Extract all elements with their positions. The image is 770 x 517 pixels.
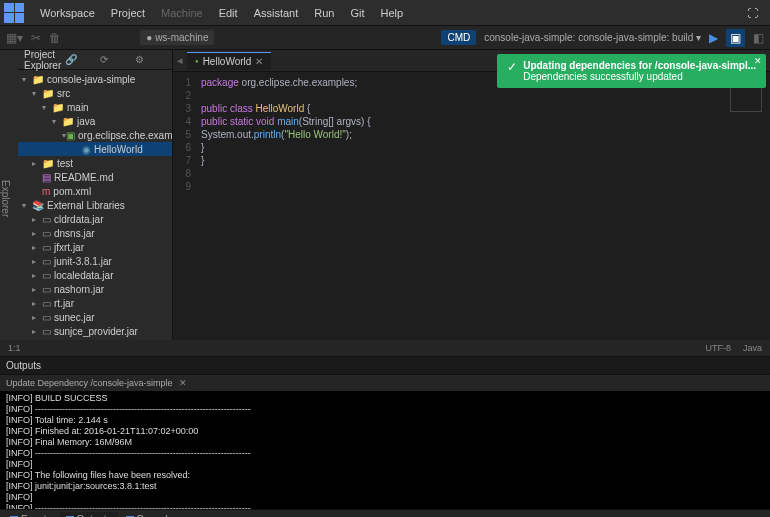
terminal-icon[interactable]: ▣: [726, 29, 745, 47]
tree-jar[interactable]: ▸▭localedata.jar: [18, 268, 172, 282]
menu-run[interactable]: Run: [306, 7, 342, 19]
menu-edit[interactable]: Edit: [211, 7, 246, 19]
che-logo[interactable]: [4, 3, 24, 23]
tab-prev-icon[interactable]: ◂: [173, 54, 187, 67]
tab-outputs[interactable]: Outputs: [60, 512, 118, 517]
tree-test[interactable]: ▸📁test: [18, 156, 172, 170]
check-icon: ✓: [507, 60, 517, 82]
toolbar: ▦▾ ✂ 🗑 ● ws-machine CMD console-java-sim…: [0, 26, 770, 50]
tree-jar[interactable]: ▸▭sunpkcs11.jar: [18, 338, 172, 340]
cut-icon[interactable]: ✂: [31, 31, 41, 45]
tree-package[interactable]: ▾▣org.eclipse.che.examples: [18, 128, 172, 142]
tree-jar[interactable]: ▸▭sunec.jar: [18, 310, 172, 324]
encoding: UTF-8: [705, 343, 731, 353]
menu-workspace[interactable]: Workspace: [32, 7, 103, 19]
tab-events[interactable]: Events: [4, 512, 58, 517]
editor-area: ◂ ● HelloWorld ✕ 123456789 package org.e…: [173, 50, 770, 340]
tree-jar[interactable]: ▸▭nashorn.jar: [18, 282, 172, 296]
explorer-title: Project Explorer: [24, 50, 61, 71]
left-sidebar[interactable]: Explorer: [0, 50, 18, 340]
tree-readme[interactable]: ▤README.md: [18, 170, 172, 184]
tree-project[interactable]: ▾📁console-java-simple: [18, 72, 172, 86]
refresh-icon[interactable]: ⟳: [100, 54, 131, 65]
tree-src[interactable]: ▾📁src: [18, 86, 172, 100]
tree-main[interactable]: ▾📁main: [18, 100, 172, 114]
tree-jar[interactable]: ▸▭cldrdata.jar: [18, 212, 172, 226]
outputs-header: Outputs: [0, 357, 770, 375]
explorer-header: Project Explorer 🔗 ⟳ ⚙: [18, 50, 172, 70]
outputs-panel: Outputs Update Dependency /console-java-…: [0, 356, 770, 509]
tree-extlib[interactable]: ▾📚External Libraries: [18, 198, 172, 212]
gear-icon[interactable]: ⚙: [135, 54, 166, 65]
tree-jar[interactable]: ▸▭dnsns.jar: [18, 226, 172, 240]
notification-subtitle: Dependencies successfully updated: [523, 71, 756, 82]
menu-assistant[interactable]: Assistant: [246, 7, 307, 19]
tree-jar[interactable]: ▸▭junit-3.8.1.jar: [18, 254, 172, 268]
tree-jar[interactable]: ▸▭rt.jar: [18, 296, 172, 310]
cursor-position: 1:1: [8, 343, 21, 353]
code-lines[interactable]: package org.eclipse.che.examples; public…: [197, 72, 375, 340]
menu-help[interactable]: Help: [373, 7, 412, 19]
notification-title: Updating dependencies for /console-java-…: [523, 60, 756, 71]
bottom-tabs: Events Outputs Consoles: [0, 509, 770, 517]
expand-icon[interactable]: ⛶: [739, 7, 766, 19]
tab-label: HelloWorld: [203, 56, 252, 67]
console-output[interactable]: [INFO] BUILD SUCCESS[INFO] -------------…: [0, 391, 770, 509]
menu-git[interactable]: Git: [342, 7, 372, 19]
tree-java[interactable]: ▾📁java: [18, 114, 172, 128]
line-gutter: 123456789: [173, 72, 197, 340]
editor-status-bar: 1:1 UTF-8 Java: [0, 340, 770, 356]
cmd-badge: CMD: [441, 30, 476, 45]
menu-machine[interactable]: Machine: [153, 7, 211, 19]
cube-icon[interactable]: ◧: [753, 31, 764, 45]
notification-toast: ✓ Updating dependencies for /console-jav…: [497, 54, 766, 88]
file-status-icon: ●: [195, 58, 199, 64]
tree-jar[interactable]: ▸▭jfxrt.jar: [18, 240, 172, 254]
tree-helloworld[interactable]: ◉HelloWorld: [18, 142, 172, 156]
link-icon[interactable]: 🔗: [65, 54, 96, 65]
outputs-tab[interactable]: Update Dependency /console-java-simple✕: [0, 375, 770, 391]
close-notification-icon[interactable]: ✕: [754, 56, 762, 66]
top-menu-bar: Workspace Project Machine Edit Assistant…: [0, 0, 770, 26]
code-editor[interactable]: 123456789 package org.eclipse.che.exampl…: [173, 72, 770, 340]
workspace-badge[interactable]: ● ws-machine: [140, 30, 214, 45]
language: Java: [743, 343, 762, 353]
file-tree: ▾📁console-java-simple ▾📁src ▾📁main ▾📁jav…: [18, 70, 172, 340]
tree-pom[interactable]: mpom.xml: [18, 184, 172, 198]
close-output-tab-icon[interactable]: ✕: [179, 378, 187, 388]
delete-icon[interactable]: 🗑: [49, 31, 61, 45]
menu-project[interactable]: Project: [103, 7, 153, 19]
command-selector[interactable]: console-java-simple: console-java-simple…: [484, 32, 701, 43]
new-icon[interactable]: ▦▾: [6, 31, 23, 45]
run-button[interactable]: ▶: [709, 31, 718, 45]
tab-consoles[interactable]: Consoles: [120, 512, 185, 517]
project-explorer: Project Explorer 🔗 ⟳ ⚙ ▾📁console-java-si…: [18, 50, 173, 340]
tree-jar[interactable]: ▸▭sunjce_provider.jar: [18, 324, 172, 338]
close-tab-icon[interactable]: ✕: [255, 56, 263, 67]
editor-tab-helloworld[interactable]: ● HelloWorld ✕: [187, 52, 271, 70]
